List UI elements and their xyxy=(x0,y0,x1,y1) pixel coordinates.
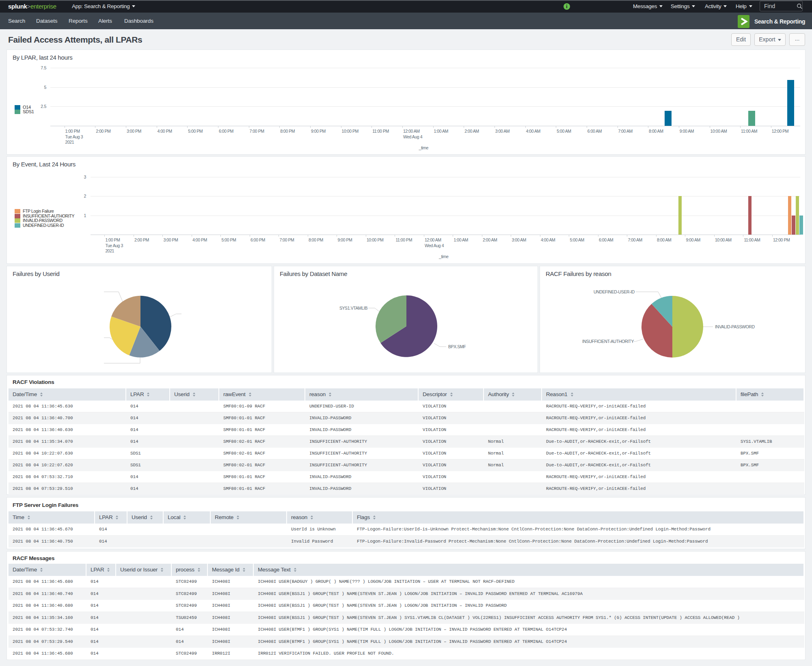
svg-text:INSUFFICIENT-AUTHORITY: INSUFFICIENT-AUTHORITY xyxy=(582,339,634,344)
svg-text:INVALID-PASSWORD: INVALID-PASSWORD xyxy=(715,324,755,329)
svg-text:UNDEFINED-USER-ID: UNDEFINED-USER-ID xyxy=(594,289,635,294)
svg-text:BPX.SMF: BPX.SMF xyxy=(448,344,466,349)
svg-text:SYS1.VTAMLIB: SYS1.VTAMLIB xyxy=(339,306,368,310)
